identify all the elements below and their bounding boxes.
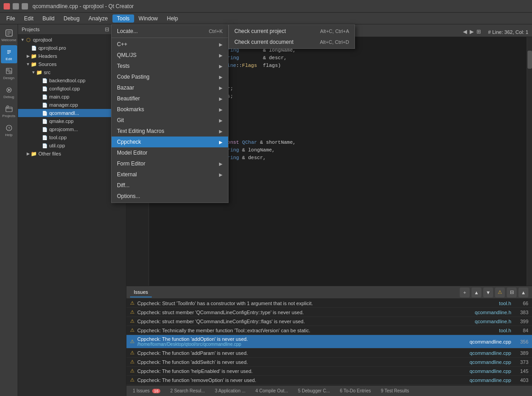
tab-scroll-left[interactable]: ◀ xyxy=(463,28,467,35)
tree-item-other-files[interactable]: ▶ 📁 Other files xyxy=(18,150,126,158)
bottom-tab-application[interactable]: 3 Application ... xyxy=(210,387,250,394)
dd-item-tests[interactable]: Tests ▶ xyxy=(112,61,228,71)
issues-collapse-btn[interactable]: ▲ xyxy=(518,288,528,297)
dd-arrow-codepasting: ▶ xyxy=(219,75,223,80)
dd-item-bazaar[interactable]: Bazaar ▶ xyxy=(112,82,228,93)
dd-item-modeleditor[interactable]: Model Editor xyxy=(112,147,228,158)
close-button[interactable] xyxy=(4,3,10,9)
dd-item-qmljs[interactable]: QML/JS ▶ xyxy=(112,50,228,61)
issues-filter-btn[interactable]: ⊟ xyxy=(507,288,517,297)
issues-tab-issues[interactable]: Issues xyxy=(130,288,152,297)
tree-item-backendtool[interactable]: ▶ 📄 backendtool.cpp xyxy=(18,76,126,85)
dd-item-texteditmacros[interactable]: Text Editing Macros ▶ xyxy=(112,126,228,137)
menu-file[interactable]: File xyxy=(2,14,19,23)
issue-row-6[interactable]: ⚠ Cppcheck: The function 'addParam' is n… xyxy=(126,349,532,358)
tree-label-qmake-cpp: qmake.cpp xyxy=(49,118,74,124)
tree-item-configtool[interactable]: ▶ 📄 configtool.cpp xyxy=(18,85,126,93)
issue-line-4: 84 xyxy=(515,328,528,333)
bottom-tab-search[interactable]: 2 Search Resul... xyxy=(166,387,210,394)
dd-item-formeditor[interactable]: Form Editor ▶ xyxy=(112,158,228,169)
sidebar-welcome[interactable]: Welcome xyxy=(1,26,17,44)
dd-arrow-cpp: ▶ xyxy=(219,42,223,47)
tree-item-src[interactable]: ▼ 📁 src xyxy=(18,68,126,76)
tree-item-qmake-cpp[interactable]: ▶ 📄 qmake.cpp xyxy=(18,117,126,125)
bottom-tab-todo[interactable]: 6 To-Do Entries xyxy=(335,387,375,394)
menu-build[interactable]: Build xyxy=(38,14,59,23)
tree-item-qprojcomm[interactable]: ▶ 📄 qprojcomm... xyxy=(18,125,126,133)
dd-item-external[interactable]: External ▶ xyxy=(112,169,228,180)
tree-item-qprojtool[interactable]: ▼ ⬡ qprojtool xyxy=(18,36,126,44)
issues-add-btn[interactable]: + xyxy=(460,288,470,297)
qmake-cpp-file-icon: 📄 xyxy=(42,118,48,124)
menu-edit[interactable]: Edit xyxy=(19,14,38,23)
issues-warning-filter-btn[interactable]: ⚠ xyxy=(495,288,505,297)
editor-scroll-thumb[interactable] xyxy=(527,51,532,69)
project-filter-icon[interactable]: ⊟ xyxy=(105,26,109,33)
bottom-tab-search-label: 2 Search Resul... xyxy=(170,388,205,393)
dd-item-cppcheck[interactable]: Cppcheck ▶ xyxy=(112,137,228,147)
issue-row-4[interactable]: ⚠ Cppcheck: Technically the member funct… xyxy=(126,326,532,335)
tree-item-main-cpp[interactable]: ▶ 📄 main.cpp xyxy=(18,93,126,101)
tree-item-headers[interactable]: ▶ 📁 Headers xyxy=(18,52,126,60)
menu-analyze[interactable]: Analyze xyxy=(84,14,112,23)
dd-item-bookmarks[interactable]: Bookmarks ▶ xyxy=(112,104,228,115)
bottom-tab-issues[interactable]: 1 Issues 16 xyxy=(128,387,165,394)
bottom-tab-compile[interactable]: 4 Compile Out... xyxy=(251,387,293,394)
issue-file-1: tool.h xyxy=(453,301,511,306)
tree-item-tool-cpp[interactable]: ▶ 📄 tool.cpp xyxy=(18,133,126,141)
sub-item-checkdocument[interactable]: Check current document Alt+C, Ctrl+D xyxy=(229,37,355,47)
tree-item-util-cpp[interactable]: ▶ 📄 util.cpp xyxy=(18,141,126,150)
sub-item-checkproject[interactable]: Check current project Alt+C, Ctrl+A xyxy=(229,26,355,37)
bottom-tab-test[interactable]: 9 Test Results xyxy=(376,387,414,394)
dd-arrow-bazaar: ▶ xyxy=(219,85,223,90)
issue-line-5: 356 xyxy=(515,339,528,344)
dd-label-diff: Diff... xyxy=(117,182,223,189)
issue-row-2[interactable]: ⚠ Cppcheck: struct member 'QCommandLineC… xyxy=(126,308,532,317)
menu-help[interactable]: Help xyxy=(163,14,183,23)
sidebar-help[interactable]: ? Help xyxy=(1,121,17,139)
maximize-button[interactable] xyxy=(22,3,28,9)
tree-label-other-files: Other files xyxy=(38,151,61,156)
dd-item-options[interactable]: Options... xyxy=(112,191,228,202)
dd-item-beautifier[interactable]: Beautifier ▶ xyxy=(112,93,228,104)
editor-scrollbar[interactable] xyxy=(527,37,532,286)
sidebar-debug[interactable]: Debug xyxy=(1,83,17,101)
bottom-tab-debugger[interactable]: 5 Debugger C... xyxy=(294,387,335,394)
dd-item-codepasting[interactable]: Code Pasting ▶ xyxy=(112,71,228,82)
menu-window[interactable]: Window xyxy=(134,14,163,23)
issue-row-9[interactable]: ⚠ Cppcheck: The function 'removeOption' … xyxy=(126,376,532,385)
location-label: # Line: 362, Col: 1 xyxy=(488,29,528,35)
tree-item-qcommandl[interactable]: ▶ 📄 qcommandl... xyxy=(18,109,126,117)
sidebar-edit[interactable]: Edit xyxy=(1,45,17,63)
issue-msg-8: Cppcheck: The function 'helpEnabled' is … xyxy=(137,368,449,374)
issues-up-btn[interactable]: ▲ xyxy=(471,288,481,297)
issue-row-8[interactable]: ⚠ Cppcheck: The function 'helpEnabled' i… xyxy=(126,367,532,376)
help-label: Help xyxy=(5,133,12,137)
issues-toolbar: + ▲ ▼ ⚠ ⊟ ▲ xyxy=(460,288,528,297)
issue-row-3[interactable]: ⚠ Cppcheck: struct member 'QCommandLineC… xyxy=(126,317,532,326)
tree-label-backendtool: backendtool.cpp xyxy=(49,78,85,83)
minimize-button[interactable] xyxy=(13,3,19,9)
dd-item-locate[interactable]: Locate... Ctrl+K xyxy=(112,26,228,37)
menu-debug[interactable]: Debug xyxy=(59,14,84,23)
dd-item-diff[interactable]: Diff... xyxy=(112,180,228,191)
sidebar-projects[interactable]: Projects xyxy=(1,102,17,120)
tree-item-qprojtool-pro[interactable]: ▶ 📄 qprojtool.pro xyxy=(18,44,126,52)
issue-row-1[interactable]: ⚠ Cppcheck: Struct 'ToolInfo' has a cons… xyxy=(126,299,532,308)
sidebar-design[interactable]: Design xyxy=(1,64,17,82)
tab-scroll-right[interactable]: ▶ xyxy=(470,28,474,35)
menu-tools[interactable]: Tools xyxy=(112,14,134,23)
dd-item-git[interactable]: Git ▶ xyxy=(112,115,228,126)
issue-row-5[interactable]: ⚠ Cppcheck: The function 'addOption' is … xyxy=(126,335,532,349)
dd-label-git: Git xyxy=(117,117,219,123)
dd-label-texteditmacros: Text Editing Macros xyxy=(117,128,219,134)
tab-split[interactable]: ⊞ xyxy=(476,28,481,35)
issues-down-btn[interactable]: ▼ xyxy=(483,288,493,297)
menu-bar: File Edit Build Debug Analyze Tools Wind… xyxy=(0,13,532,24)
issue-line-2: 383 xyxy=(515,310,528,315)
tree-item-manager-cpp[interactable]: ▶ 📄 manager.cpp xyxy=(18,101,126,109)
dd-item-cpp[interactable]: C++ ▶ xyxy=(112,39,228,50)
tree-item-sources[interactable]: ▼ 📁 Sources xyxy=(18,60,126,68)
issue-row-7[interactable]: ⚠ Cppcheck: The function 'addSwitch' is … xyxy=(126,358,532,367)
issue-file-6: qcommandline.cpp xyxy=(453,350,511,356)
